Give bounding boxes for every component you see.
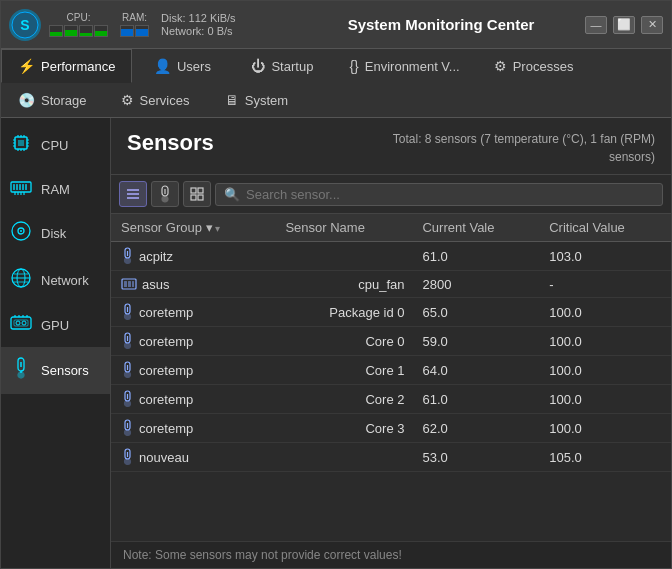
svg-rect-55	[198, 195, 203, 200]
sidebar-item-ram[interactable]: RAM	[1, 169, 110, 210]
services-icon: ⚙	[121, 92, 134, 108]
processes-icon: ⚙	[494, 58, 507, 74]
table-row: coretemp Core 3 62.0 100.0	[111, 414, 671, 443]
table-row: coretemp Package id 0 65.0 100.0	[111, 298, 671, 327]
table-row: asus cpu_fan 2800 -	[111, 271, 671, 298]
sidebar-item-disk[interactable]: Disk	[1, 210, 110, 257]
tab-system[interactable]: 🖥 System	[206, 83, 306, 117]
sidebar-item-gpu[interactable]: GPU	[1, 304, 110, 347]
col-critical-value: Critical Value	[539, 214, 671, 242]
row-icon	[121, 303, 134, 321]
sensor-table-container[interactable]: Sensor Group ▾ Sensor Name Current Vale …	[111, 214, 671, 541]
cell-group: coretemp	[111, 327, 275, 356]
system-icon: 🖥	[225, 92, 239, 108]
sidebar-item-cpu[interactable]: CPU	[1, 122, 110, 169]
row-icon	[121, 247, 134, 265]
svg-rect-20	[22, 184, 24, 190]
col-current-value: Current Vale	[412, 214, 539, 242]
svg-rect-3	[18, 140, 24, 146]
table-row: coretemp Core 1 64.0 100.0	[111, 356, 671, 385]
sidebar-label-cpu: CPU	[41, 138, 68, 153]
row-icon	[121, 419, 134, 437]
cpu-ram-info: CPU: RAM: Disk: 112 Ki	[49, 12, 236, 37]
list-view-button[interactable]	[119, 181, 147, 207]
content-area: Sensors Total: 8 sensors (7 temperature …	[111, 118, 671, 568]
group-name: coretemp	[139, 421, 193, 436]
users-icon: 👤	[154, 58, 171, 74]
grid-view-button[interactable]	[183, 181, 211, 207]
row-icon	[121, 390, 134, 408]
cell-sensor-name	[275, 443, 412, 472]
ram-label: RAM:	[122, 12, 147, 23]
cell-sensor-name: Core 3	[275, 414, 412, 443]
svg-point-51	[162, 196, 168, 202]
table-row: coretemp Core 2 61.0 100.0	[111, 385, 671, 414]
svg-point-68	[125, 343, 131, 349]
cell-sensor-name: Core 0	[275, 327, 412, 356]
group-name: coretemp	[139, 392, 193, 407]
sidebar-label-disk: Disk	[41, 226, 66, 241]
summary-line1: Total: 8 sensors (7 temperature (°C), 1 …	[393, 130, 655, 148]
content-title: Sensors	[127, 130, 214, 156]
cell-sensor-name: Core 2	[275, 385, 412, 414]
cell-critical: 100.0	[539, 414, 671, 443]
col-sensor-group[interactable]: Sensor Group ▾	[111, 214, 275, 242]
cell-sensor-name	[275, 242, 412, 271]
content-header: Sensors Total: 8 sensors (7 temperature …	[111, 118, 671, 175]
row-icon	[121, 361, 134, 379]
cell-sensor-name: cpu_fan	[275, 271, 412, 298]
search-input[interactable]	[246, 187, 654, 202]
note-area: Note: Some sensors may not provide corre…	[111, 541, 671, 568]
tab-storage-label: Storage	[41, 93, 87, 108]
close-button[interactable]: ✕	[641, 16, 663, 34]
row-icon	[121, 276, 137, 292]
svg-rect-54	[191, 195, 196, 200]
cell-current: 53.0	[412, 443, 539, 472]
storage-icon: 💿	[18, 92, 35, 108]
window-controls: — ⬜ ✕	[585, 16, 663, 34]
tab-system-label: System	[245, 93, 288, 108]
sidebar-label-ram: RAM	[41, 182, 70, 197]
cpu-sidebar-icon	[9, 132, 33, 159]
sensor-summary: Total: 8 sensors (7 temperature (°C), 1 …	[393, 130, 655, 166]
svg-rect-18	[16, 184, 18, 190]
ram-sidebar-icon	[9, 179, 33, 200]
tab-performance[interactable]: ⚡ Performance	[1, 49, 132, 83]
group-name: coretemp	[139, 334, 193, 349]
svg-point-58	[125, 258, 131, 264]
svg-rect-60	[124, 281, 127, 287]
maximize-button[interactable]: ⬜	[613, 16, 635, 34]
group-name: coretemp	[139, 363, 193, 378]
cell-group: asus	[111, 271, 275, 298]
cell-current: 2800	[412, 271, 539, 298]
tab-startup-label: Startup	[271, 59, 313, 74]
cell-current: 59.0	[412, 327, 539, 356]
cell-critical: 100.0	[539, 327, 671, 356]
tab-processes[interactable]: ⚙ Processes	[477, 49, 591, 83]
sidebar-item-network[interactable]: Network	[1, 257, 110, 304]
table-row: acpitz 61.0 103.0	[111, 242, 671, 271]
svg-point-44	[18, 372, 24, 378]
disk-sidebar-icon	[9, 220, 33, 247]
tab-startup[interactable]: ⏻ Startup	[232, 49, 332, 83]
minimize-button[interactable]: —	[585, 16, 607, 34]
col-sensor-name: Sensor Name	[275, 214, 412, 242]
tab-services[interactable]: ⚙ Services	[104, 83, 207, 117]
main-window: S CPU: RAM:	[0, 0, 672, 569]
group-name: acpitz	[139, 249, 173, 264]
group-name: coretemp	[139, 305, 193, 320]
cell-current: 61.0	[412, 385, 539, 414]
cpu-bars: CPU:	[49, 12, 108, 37]
tab-environment[interactable]: {} Environment V...	[332, 49, 476, 83]
cell-current: 61.0	[412, 242, 539, 271]
cell-group: coretemp	[111, 356, 275, 385]
tab-users[interactable]: 👤 Users	[132, 49, 232, 83]
sidebar-item-sensors[interactable]: Sensors	[1, 347, 110, 394]
app-icon: S	[9, 9, 41, 41]
cell-group: coretemp	[111, 414, 275, 443]
search-container: 🔍	[215, 183, 663, 206]
startup-icon: ⏻	[251, 58, 265, 74]
titlebar-left: S CPU: RAM:	[9, 9, 297, 41]
tab-storage[interactable]: 💿 Storage	[1, 83, 104, 117]
temp-filter-button[interactable]	[151, 181, 179, 207]
